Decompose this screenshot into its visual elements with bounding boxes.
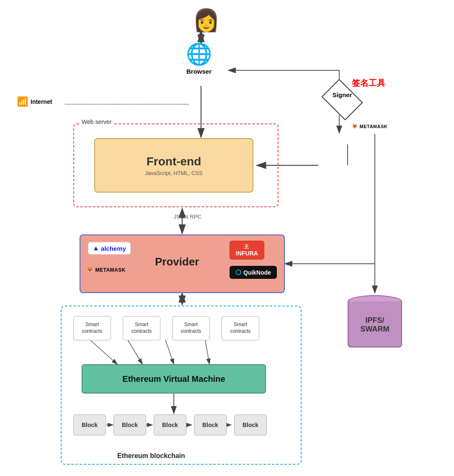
metamask-signer-label: METAMASK <box>360 124 388 129</box>
block-5: Block <box>234 414 267 435</box>
blockchain-label: Ethereum blockchain <box>117 452 185 460</box>
user-emoji: 👩 <box>193 8 220 33</box>
block-row: Block Block Block Block Block <box>73 414 267 435</box>
block-2: Block <box>114 414 146 435</box>
smart-contract-4: Smart contracts <box>222 316 259 340</box>
internet-section: 📶 Internet <box>17 96 52 107</box>
smart-contracts-row: Smart contracts Smart contracts Smart co… <box>73 316 259 340</box>
metamask-provider-fox: 🦊 <box>87 267 93 273</box>
internet-label: Internet <box>31 98 52 105</box>
block-4: Block <box>194 414 227 435</box>
evm-label: Ethereum Virtual Machine <box>122 374 225 384</box>
jsonrpc-label: JSON RPC <box>174 214 201 220</box>
ipfs-cylinder: IPFS/SWARM <box>348 293 402 352</box>
quiknode-label: QuikNode <box>243 269 271 276</box>
browser-label: Browser <box>176 68 222 75</box>
metamask-fox-icon: 🦊 <box>352 124 358 129</box>
infura-badge: 王 INFURA <box>230 241 264 260</box>
wifi-icon: 📶 <box>17 96 28 107</box>
diagram: 👩 🌐 Browser 📶 Internet Signer 签名工具 🦊 MET… <box>0 0 454 476</box>
signer-annotation: 签名工具 <box>352 77 385 89</box>
frontend-subtitle: JavaScript, HTML, CSS <box>145 170 202 176</box>
infura-top-char: 王 <box>236 244 258 250</box>
frontend-title: Front-end <box>147 155 201 168</box>
quiknode-icon: ⬡ <box>235 268 241 276</box>
evm-box: Ethereum Virtual Machine <box>82 364 266 394</box>
internet-dotted-line <box>65 104 188 105</box>
alchemy-icon: ▲ <box>93 244 99 252</box>
metamask-provider: 🦊 METAMASK <box>87 267 126 273</box>
quiknode-badge: ⬡ QuikNode <box>230 266 277 279</box>
smart-contract-1: Smart contracts <box>73 316 111 340</box>
ipfs-label: IPFS/SWARM <box>348 316 402 334</box>
browser-section: 🌐 Browser <box>176 42 222 75</box>
infura-label: INFURA <box>236 250 258 257</box>
webserver-label: Web server <box>79 118 114 125</box>
frontend-box: Front-end JavaScript, HTML, CSS <box>94 138 253 193</box>
metamask-signer: 🦊 METAMASK <box>352 124 387 129</box>
browser-icon: 🌐 <box>176 42 222 66</box>
block-1: Block <box>73 414 106 435</box>
block-3: Block <box>154 414 186 435</box>
signer-label: Signer <box>319 91 365 98</box>
smart-contract-2: Smart contracts <box>123 316 160 340</box>
alchemy-badge: ▲ alchemy <box>88 242 131 255</box>
provider-title: Provider <box>155 255 199 268</box>
alchemy-label: alchemy <box>101 245 126 252</box>
smart-contract-3: Smart contracts <box>172 316 210 340</box>
metamask-provider-label: METAMASK <box>95 267 126 273</box>
